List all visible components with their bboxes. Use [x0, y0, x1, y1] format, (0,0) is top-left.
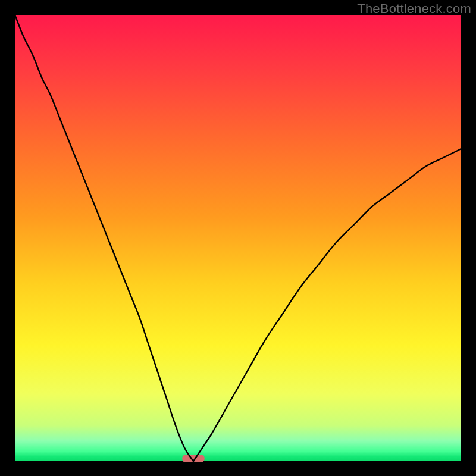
gradient-panel [15, 15, 461, 461]
bottleneck-chart [0, 0, 476, 476]
attribution-text: TheBottleneck.com [357, 1, 471, 17]
chart-stage: TheBottleneck.com [0, 0, 476, 476]
